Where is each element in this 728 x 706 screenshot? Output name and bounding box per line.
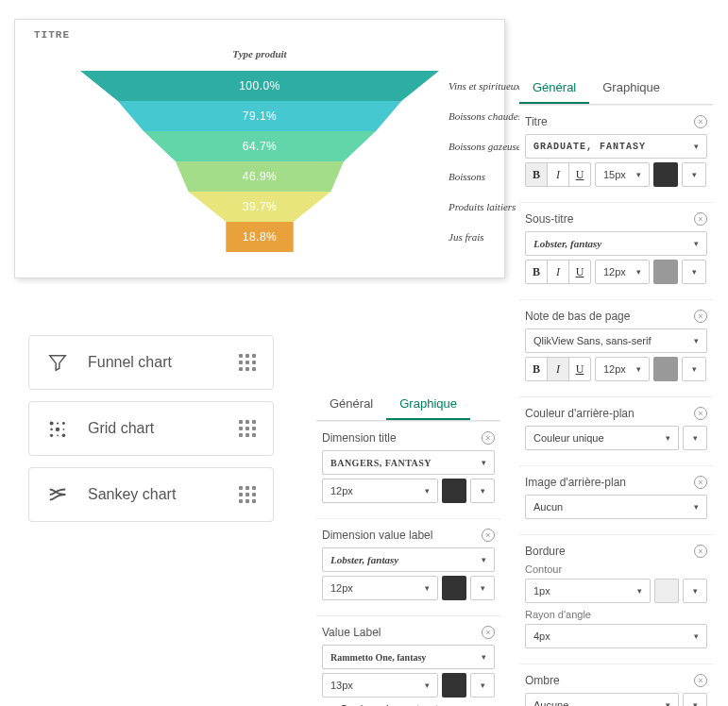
font-select[interactable]: Rammetto One, fantasy▾ xyxy=(322,645,495,669)
right-tabs: Général Graphique xyxy=(519,71,713,105)
color-dropdown[interactable]: ▾ xyxy=(683,426,707,450)
reset-icon[interactable]: × xyxy=(694,545,707,558)
chevron-down-icon: ▾ xyxy=(693,433,698,443)
size-select[interactable]: 12px▾ xyxy=(322,479,438,503)
bold-button[interactable]: B xyxy=(525,162,548,187)
section-label: Dimension value label xyxy=(322,529,432,542)
bold-button[interactable]: B xyxy=(525,260,548,284)
color-swatch[interactable] xyxy=(442,576,466,600)
section-bordure: Bordure× Contour 1px▾ ▾ Rayon d'angle 4p… xyxy=(519,534,713,664)
funnel-chart-preview: Titre Type produit 100.0%Vins et spiritu… xyxy=(14,19,505,278)
chevron-down-icon: ▾ xyxy=(425,486,430,496)
svg-point-7 xyxy=(57,434,59,436)
font-select[interactable]: QlikView Sans, sans-serif▾ xyxy=(525,328,707,353)
chart-type-label: Grid chart xyxy=(88,420,239,437)
size-select[interactable]: 12px▾ xyxy=(595,260,650,284)
funnel-segment-label: Vins et spiritueux xyxy=(449,80,520,92)
chevron-down-icon: ▾ xyxy=(694,142,699,151)
section-dimension-title: Dimension title × Bangers, fantasy▾ 12px… xyxy=(316,421,500,518)
chart-type-label: Sankey chart xyxy=(88,486,239,503)
reset-icon[interactable]: × xyxy=(694,674,707,687)
rayon-select[interactable]: 4px▾ xyxy=(525,624,707,648)
chevron-down-icon: ▾ xyxy=(692,267,697,277)
bg-image-select[interactable]: Aucun▾ xyxy=(525,495,707,519)
section-titre: Titre× Graduate, fantasy▾ BIU 15px▾ ▾ xyxy=(519,105,713,202)
drag-handle-icon[interactable] xyxy=(239,420,258,437)
size-select[interactable]: 12px▾ xyxy=(322,576,438,600)
color-dropdown[interactable]: ▾ xyxy=(683,579,707,603)
funnel-segment-label: Jus frais xyxy=(449,231,484,243)
bg-color-select[interactable]: Couleur unique▾ xyxy=(525,426,679,450)
svg-point-3 xyxy=(50,429,53,431)
chevron-down-icon: ▾ xyxy=(636,267,641,277)
color-dropdown[interactable]: ▾ xyxy=(470,673,495,698)
chevron-down-icon: ▾ xyxy=(636,170,641,179)
underline-button[interactable]: U xyxy=(568,260,591,284)
underline-button[interactable]: U xyxy=(568,162,591,187)
tab-general[interactable]: Général xyxy=(519,71,589,104)
style-panel-graphique: Général Graphique Dimension title × Bang… xyxy=(316,387,500,706)
funnel-segment: 46.9%Boissons xyxy=(80,161,439,192)
chart-type-sankey[interactable]: Sankey chart xyxy=(28,467,274,522)
reset-icon[interactable]: × xyxy=(694,476,707,489)
color-swatch[interactable] xyxy=(442,673,466,698)
reset-icon[interactable]: × xyxy=(694,407,707,420)
font-select[interactable]: Lobster, fantasy▾ xyxy=(322,547,495,572)
reset-icon[interactable]: × xyxy=(694,310,707,323)
color-swatch[interactable] xyxy=(654,579,679,603)
italic-button[interactable]: I xyxy=(547,162,569,187)
chart-subtitle: Type produit xyxy=(34,48,485,59)
contour-select[interactable]: 1px▾ xyxy=(525,579,651,603)
color-swatch[interactable] xyxy=(653,260,678,284)
color-dropdown[interactable]: ▾ xyxy=(683,693,707,706)
font-select[interactable]: Bangers, fantasy▾ xyxy=(322,450,495,475)
underline-button[interactable]: U xyxy=(568,357,591,381)
color-dropdown[interactable]: ▾ xyxy=(470,479,495,503)
italic-button[interactable]: I xyxy=(547,260,569,284)
svg-point-2 xyxy=(62,422,65,425)
chart-type-list: Funnel chart Grid chart Sankey chart xyxy=(28,335,274,533)
chevron-down-icon: ▾ xyxy=(637,586,642,596)
color-swatch[interactable] xyxy=(442,479,466,503)
font-select[interactable]: Lobster, fantasy▾ xyxy=(525,231,707,256)
sankey-icon xyxy=(44,484,71,505)
chevron-down-icon: ▾ xyxy=(692,170,697,179)
chart-type-label: Funnel chart xyxy=(88,354,239,371)
chevron-down-icon: ▾ xyxy=(425,681,430,690)
size-select[interactable]: 15px▾ xyxy=(595,162,650,187)
chart-type-grid[interactable]: Grid chart xyxy=(28,401,274,456)
reset-icon[interactable]: × xyxy=(482,529,495,542)
color-dropdown[interactable]: ▾ xyxy=(682,260,706,284)
color-dropdown[interactable]: ▾ xyxy=(682,357,706,381)
funnel-body: 100.0%Vins et spiritueux79.1%Boissons ch… xyxy=(80,71,439,252)
svg-point-6 xyxy=(50,434,53,437)
color-dropdown[interactable]: ▾ xyxy=(470,576,495,600)
tab-graphique[interactable]: Graphique xyxy=(589,71,673,104)
tab-graphique[interactable]: Graphique xyxy=(386,387,470,420)
chart-type-funnel[interactable]: Funnel chart xyxy=(28,335,274,390)
chevron-down-icon: ▾ xyxy=(481,583,485,593)
chevron-down-icon: ▾ xyxy=(692,364,697,374)
reset-icon[interactable]: × xyxy=(694,212,707,226)
section-label: Ombre xyxy=(525,674,560,687)
ombre-select[interactable]: Aucune▾ xyxy=(525,693,679,706)
color-swatch[interactable] xyxy=(653,162,678,187)
reset-icon[interactable]: × xyxy=(482,431,495,445)
bold-button[interactable]: B xyxy=(525,357,548,381)
reset-icon[interactable]: × xyxy=(482,626,495,639)
svg-point-1 xyxy=(57,422,59,424)
font-select[interactable]: Graduate, fantasy▾ xyxy=(525,134,707,159)
section-label: Image d'arrière-plan xyxy=(525,476,626,489)
reset-icon[interactable]: × xyxy=(694,115,707,128)
drag-handle-icon[interactable] xyxy=(239,486,258,503)
size-select[interactable]: 13px▾ xyxy=(322,673,438,698)
color-dropdown[interactable]: ▾ xyxy=(682,162,706,187)
funnel-segment-label: Produits laitiers xyxy=(449,201,516,212)
tab-general[interactable]: Général xyxy=(316,387,386,420)
size-select[interactable]: 12px▾ xyxy=(595,357,650,381)
color-swatch[interactable] xyxy=(653,357,678,381)
chevron-down-icon: ▾ xyxy=(482,555,486,564)
italic-button[interactable]: I xyxy=(547,357,569,381)
text-style-group: BIU xyxy=(525,260,591,284)
drag-handle-icon[interactable] xyxy=(239,354,258,371)
